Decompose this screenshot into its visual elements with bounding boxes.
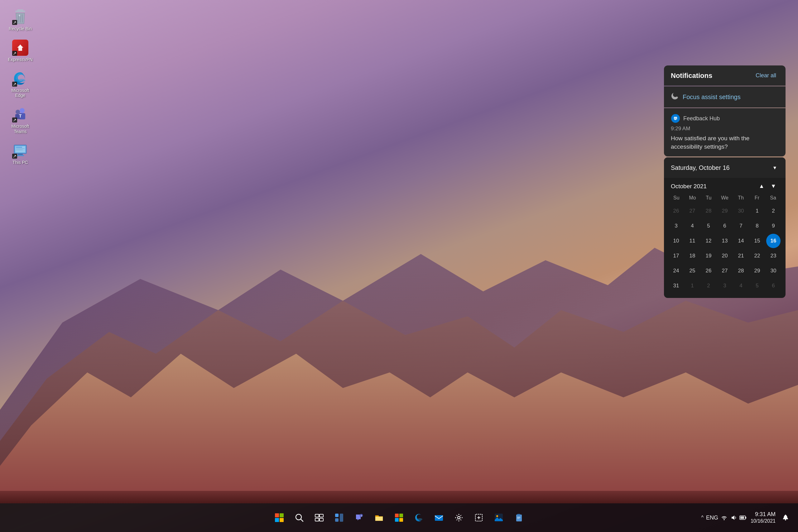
svg-point-20 [674,118,676,119]
calendar-day[interactable]: 10 [669,234,683,248]
calendar-day[interactable]: 2 [766,204,781,218]
calendar-day[interactable]: 29 [718,204,732,218]
calendar-day[interactable]: 17 [669,249,683,263]
calendar-day[interactable]: 26 [701,264,716,278]
settings-button[interactable] [450,509,468,526]
calendar-day[interactable]: 9 [766,219,781,233]
calendar-day[interactable]: 15 [750,234,764,248]
calendar-day[interactable]: 20 [718,249,732,263]
svg-rect-38 [375,515,379,517]
calendar-day[interactable]: 14 [734,234,748,248]
clear-all-button[interactable]: Clear all [753,71,779,80]
calendar-day[interactable]: 27 [718,264,732,278]
calendar-day[interactable]: 5 [750,279,764,293]
calendar-day[interactable]: 19 [701,249,716,263]
file-explorer-button[interactable] [370,509,388,526]
svg-rect-56 [785,519,786,520]
calendar-day[interactable]: 27 [685,204,700,218]
calendar-widget: Saturday, October 16 ▾ October 2021 ▲ ▼ … [664,157,785,298]
snipping-tool-button[interactable] [470,509,488,526]
svg-rect-40 [399,514,403,517]
svg-rect-34 [340,514,343,522]
calendar-current-date: Saturday, October 16 [671,164,730,171]
weekday-sa: Sa [765,193,781,203]
store-button[interactable] [390,509,408,526]
tray-expand-icon[interactable]: ^ [701,515,704,520]
svg-rect-14 [17,155,24,156]
calendar-day[interactable]: 30 [734,204,748,218]
calendar-day[interactable]: 26 [669,204,683,218]
calendar-day[interactable]: 11 [685,234,700,248]
calendar-day[interactable]: 24 [669,264,683,278]
calendar-day[interactable]: 6 [766,279,781,293]
thispc-desktop-icon[interactable]: ↗ This PC [6,140,34,168]
notification-bell-button[interactable] [779,509,792,526]
svg-rect-23 [280,513,284,517]
calendar-day[interactable]: 3 [669,219,683,233]
calendar-day[interactable]: 16 [766,234,781,248]
calendar-day[interactable]: 13 [718,234,732,248]
svg-rect-37 [375,517,383,521]
calendar-day[interactable]: 4 [734,279,748,293]
calendar-day[interactable]: 4 [685,219,700,233]
calendar-header[interactable]: Saturday, October 16 ▾ [664,157,785,178]
calendar-day[interactable]: 30 [766,264,781,278]
svg-text:T: T [19,113,22,118]
taskbar-clock[interactable]: 9:31 AM 10/16/2021 [750,511,776,525]
calendar-day[interactable]: 6 [718,219,732,233]
calendar-day[interactable]: 31 [669,279,683,293]
mail-button[interactable] [430,509,448,526]
svg-point-21 [676,118,677,119]
focus-assist-row[interactable]: Focus assist settings [671,92,779,102]
calendar-day[interactable]: 25 [685,264,700,278]
teams-taskbar-button[interactable]: T [350,509,368,526]
calendar-next-month[interactable]: ▼ [768,182,779,191]
calendar-day[interactable]: 2 [701,279,716,293]
expressvpn-desktop-icon[interactable]: ↗ ExpressVPN [6,37,34,65]
weekday-th: Th [733,193,749,203]
svg-rect-22 [275,513,279,517]
feedback-hub-icon [671,114,680,123]
recycle-bin-icon[interactable]: ↗ Recycle Bin [6,6,34,34]
svg-rect-28 [315,514,319,517]
svg-line-27 [301,519,303,521]
teams-desktop-icon[interactable]: T ↗ Microsoft Teams [6,104,34,137]
photos-button[interactable] [490,509,508,526]
calendar-day[interactable]: 28 [701,204,716,218]
calendar-day[interactable]: 12 [701,234,716,248]
calendar-collapse-button[interactable]: ▾ [771,163,779,172]
edge-desktop-icon[interactable]: ↗ Microsoft Edge [6,68,34,101]
calendar-day[interactable]: 5 [701,219,716,233]
widgets-button[interactable] [330,509,348,526]
calendar-day[interactable]: 23 [766,249,781,263]
focus-assist-card[interactable]: Focus assist settings [664,86,785,108]
calendar-day[interactable]: 1 [685,279,700,293]
calendar-day[interactable]: 29 [750,264,764,278]
calendar-days: 2627282930123456789101112131415161718192… [668,204,781,293]
svg-rect-39 [395,514,399,517]
taskbar-center: T [270,509,528,526]
calendar-day[interactable]: 21 [734,249,748,263]
volume-icon [730,514,737,521]
svg-point-43 [417,518,422,520]
svg-rect-44 [435,515,443,521]
svg-text:T: T [361,515,362,517]
calendar-day[interactable]: 7 [734,219,748,233]
current-date: 10/16/2021 [750,518,776,525]
feedback-app-name: Feedback Hub [683,115,720,122]
calendar-day[interactable]: 22 [750,249,764,263]
start-button[interactable] [270,509,288,526]
calendar-prev-month[interactable]: ▲ [756,182,767,191]
svg-rect-17 [16,148,25,149]
clipboard-button[interactable] [510,509,528,526]
calendar-day[interactable]: 28 [734,264,748,278]
search-button[interactable] [290,509,308,526]
edge-taskbar-button[interactable] [410,509,428,526]
calendar-day[interactable]: 8 [750,219,764,233]
weekday-su: Su [668,193,685,203]
desktop-icons-container: ↗ Recycle Bin ↗ ExpressVPN [0,0,40,174]
calendar-day[interactable]: 1 [750,204,764,218]
calendar-day[interactable]: 18 [685,249,700,263]
calendar-day[interactable]: 3 [718,279,732,293]
task-view-button[interactable] [310,509,328,526]
